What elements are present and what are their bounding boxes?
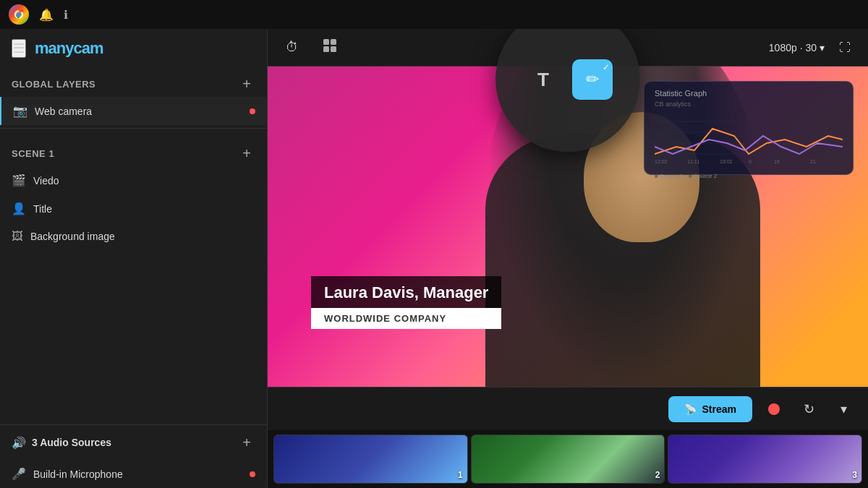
viedo-label: Viedo [33, 175, 255, 187]
edit-icon: ✏ [586, 70, 599, 89]
toolbar-left: ⏱ [279, 35, 343, 61]
resolution-button[interactable]: 1080p · 30 ▾ [769, 42, 825, 53]
scene-layer-title[interactable]: 👤 Title [0, 194, 267, 223]
stats-widget: Statistic Graph CB analytics 12:02 11:11… [644, 81, 854, 175]
scene-num-2: 2 [655, 470, 660, 480]
sidebar-header: ☰ manycam [0, 29, 267, 68]
grid-button[interactable] [317, 35, 343, 61]
chrome-icon [9, 4, 29, 25]
global-layers-title: Global Layers [12, 79, 95, 90]
scene-thumbnails: 1 2 3 [268, 430, 868, 488]
name-card: Laura Davis, Manager WORLDWIDE COMPANY [311, 276, 501, 329]
text-tool-button[interactable]: T [523, 59, 563, 100]
grid-icon [323, 38, 337, 56]
svg-point-1 [17, 12, 21, 17]
edit-tool-button[interactable]: ✏ ✓ [572, 59, 613, 100]
scene-thumb-1[interactable]: 1 [273, 435, 468, 484]
divider [0, 128, 267, 129]
svg-text:21: 21 [810, 159, 816, 164]
timer-button[interactable]: ⏱ [279, 35, 305, 61]
toolbar-right: 1080p · 30 ▾ ⛶ [769, 36, 856, 59]
stream-label: Stream [702, 403, 736, 415]
scene-thumb-2[interactable]: 2 [471, 435, 665, 484]
svg-text:0: 0 [749, 159, 752, 164]
sidebar: ☰ manycam Global Layers + 📷 Web camera S… [0, 29, 268, 488]
speaker-icon: 🔊 [12, 436, 26, 450]
svg-rect-2 [323, 39, 329, 45]
stream-icon: 📡 [684, 403, 697, 415]
scene-title: Scene 1 [12, 148, 54, 159]
svg-rect-4 [323, 46, 329, 52]
mic-active-dot [250, 471, 255, 477]
bottom-bar: 📡 Stream ↻ ▾ [268, 387, 868, 430]
svg-text:16: 16 [774, 159, 780, 164]
top-bar: 🔔 ℹ [0, 0, 868, 29]
settings-button[interactable]: ↻ [796, 396, 822, 422]
title-label: Title [33, 203, 255, 215]
record-button[interactable] [761, 396, 787, 422]
web-camera-layer[interactable]: 📷 Web camera [0, 97, 267, 125]
scene-thumb-3[interactable]: 3 [668, 435, 862, 484]
svg-rect-5 [331, 46, 336, 52]
mic-icon: 🎤 [12, 467, 26, 481]
chevron-down-icon: ▾ [841, 402, 847, 416]
stats-title: Statistic Graph [655, 89, 843, 98]
name-subtitle: WORLDWIDE COMPANY [311, 308, 501, 329]
timer-icon: ⏱ [286, 40, 299, 55]
scene-header: Scene 1 + [0, 137, 267, 166]
svg-text:11:11: 11:11 [687, 159, 700, 164]
refresh-icon: ↻ [804, 402, 814, 416]
info-icon[interactable]: ℹ [64, 8, 68, 22]
name-title: Laura Davis, Manager [311, 276, 501, 308]
text-tool-label: T [537, 69, 549, 91]
chevron-down-icon: ▾ [820, 42, 825, 53]
record-dot [768, 403, 780, 415]
resolution-label: 1080p · 30 [769, 42, 817, 53]
main-layout: ☰ manycam Global Layers + 📷 Web camera S… [0, 29, 868, 488]
svg-rect-3 [331, 39, 336, 45]
scene-num-3: 3 [852, 470, 857, 480]
background-label: Background image [30, 231, 255, 242]
stats-chart: 12:02 11:11 18:02 0 16 21 [655, 111, 843, 168]
add-global-layer-button[interactable]: + [238, 75, 255, 93]
audio-title-group: 🔊 3 Audio Sources [12, 436, 111, 450]
scene-num-1: 1 [458, 470, 463, 480]
add-audio-button[interactable]: + [238, 434, 255, 451]
mic-label: Build-in Microphone [33, 468, 242, 480]
stream-button[interactable]: 📡 Stream [668, 396, 752, 422]
scene-layer-background[interactable]: 🖼 Background image [0, 223, 267, 250]
webcam-icon: 📷 [13, 104, 27, 118]
bell-icon[interactable]: 🔔 [39, 8, 54, 22]
audio-section: 🔊 3 Audio Sources + 🎤 Build-in Microphon… [0, 424, 267, 488]
expand-button[interactable]: ▾ [830, 396, 856, 422]
content-area: T ✏ ✓ ⏱ [268, 29, 868, 488]
add-scene-button[interactable]: + [238, 145, 255, 162]
toolbar: T ✏ ✓ ⏱ [268, 29, 868, 67]
global-layers-header: Global Layers + [0, 68, 267, 97]
web-camera-dot [250, 108, 255, 114]
hamburger-menu[interactable]: ☰ [12, 39, 26, 58]
stats-legend: ■ Source 1 ■ Source 2 [655, 173, 843, 179]
web-camera-label: Web camera [35, 106, 242, 117]
audio-header: 🔊 3 Audio Sources + [0, 425, 267, 460]
fullscreen-icon: ⛶ [839, 41, 851, 53]
fullscreen-button[interactable]: ⛶ [833, 36, 856, 59]
scene-section: Scene 1 + 🎬 Viedo 👤 Title 🖼 Background i… [0, 137, 267, 250]
brand-logo: manycam [35, 39, 103, 58]
svg-text:18:02: 18:02 [720, 159, 733, 164]
title-icon: 👤 [12, 202, 26, 215]
video-icon: 🎬 [12, 174, 26, 187]
stats-subtitle: CB analytics [655, 100, 843, 108]
svg-text:12:02: 12:02 [655, 159, 668, 164]
audio-sources-title: 3 Audio Sources [32, 437, 111, 448]
check-icon: ✓ [603, 62, 610, 72]
scene-layer-viedo[interactable]: 🎬 Viedo [0, 166, 267, 194]
background-icon: 🖼 [12, 230, 23, 243]
microphone-item[interactable]: 🎤 Build-in Microphone [0, 460, 267, 488]
